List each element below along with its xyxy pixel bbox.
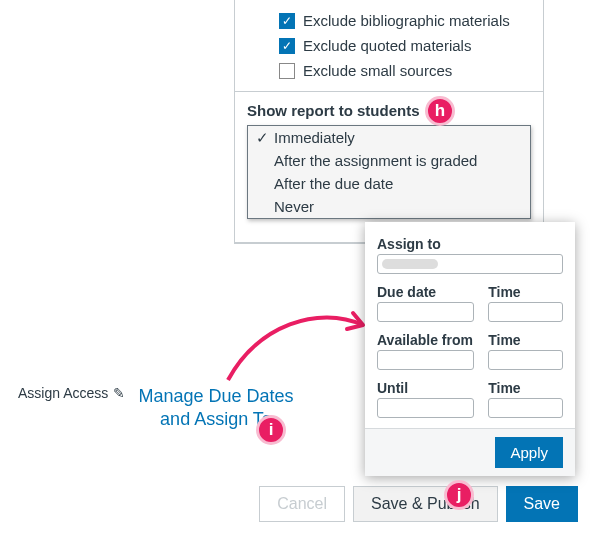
plagiarism-settings-panel: ✓ Exclude bibliographic materials ✓ Excl… (234, 0, 544, 244)
assign-to-input[interactable] (377, 254, 563, 274)
assign-access-label: Assign Access ✎ (18, 385, 125, 401)
annotation-arrow-icon (218, 295, 378, 390)
footer-buttons: Cancel Save & Publish Save (0, 486, 600, 522)
due-time-label: Time (488, 284, 563, 300)
available-from-time-input[interactable] (488, 350, 563, 370)
save-publish-button[interactable]: Save & Publish (353, 486, 498, 522)
assign-to-label: Assign to (377, 236, 563, 252)
exclude-biblio-label: Exclude bibliographic materials (303, 12, 510, 29)
exclude-options: ✓ Exclude bibliographic materials ✓ Excl… (235, 0, 543, 91)
available-from-input[interactable] (377, 350, 474, 370)
checkbox-icon[interactable] (279, 63, 295, 79)
due-date-label: Due date (377, 284, 474, 300)
save-button[interactable]: Save (506, 486, 578, 522)
checkbox-icon[interactable]: ✓ (279, 38, 295, 54)
exclude-quoted-label: Exclude quoted materials (303, 37, 471, 54)
exclude-small-label: Exclude small sources (303, 62, 452, 79)
exclude-small-row[interactable]: Exclude small sources (251, 58, 543, 83)
dropdown-option-after-graded[interactable]: After the assignment is graded (248, 149, 530, 172)
dropdown-option-never[interactable]: Never (248, 195, 530, 218)
popover-footer: Apply (365, 428, 575, 476)
exclude-biblio-row[interactable]: ✓ Exclude bibliographic materials (251, 8, 543, 33)
show-report-dropdown[interactable]: Immediately After the assignment is grad… (247, 125, 531, 219)
callout-i: i (256, 415, 286, 445)
due-date-input[interactable] (377, 302, 474, 322)
exclude-quoted-row[interactable]: ✓ Exclude quoted materials (251, 33, 543, 58)
until-label: Until (377, 380, 474, 396)
available-from-time-label: Time (488, 332, 563, 348)
until-time-input[interactable] (488, 398, 563, 418)
apply-button[interactable]: Apply (495, 437, 563, 468)
available-from-label: Available from (377, 332, 474, 348)
dropdown-option-after-due[interactable]: After the due date (248, 172, 530, 195)
dropdown-option-immediately[interactable]: Immediately (248, 126, 530, 149)
until-time-label: Time (488, 380, 563, 396)
show-report-label: Show report to students (235, 91, 543, 125)
assign-to-popover: Assign to Due date Time Available from T… (365, 222, 575, 476)
checkbox-icon[interactable]: ✓ (279, 13, 295, 29)
callout-j: j (444, 480, 474, 510)
due-time-input[interactable] (488, 302, 563, 322)
callout-h: h (425, 96, 455, 126)
pencil-icon: ✎ (113, 385, 125, 401)
until-input[interactable] (377, 398, 474, 418)
cancel-button[interactable]: Cancel (259, 486, 345, 522)
